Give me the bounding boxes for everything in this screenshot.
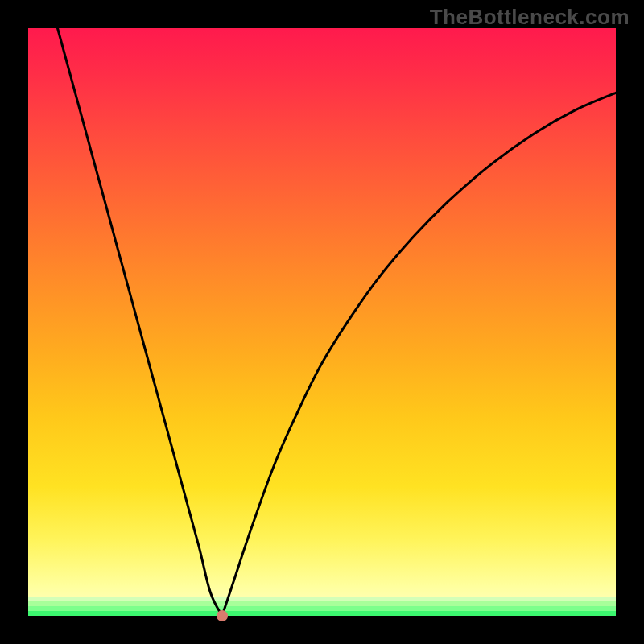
bottleneck-curve bbox=[28, 28, 616, 616]
plot-area bbox=[28, 28, 616, 616]
watermark-text: TheBottleneck.com bbox=[430, 5, 630, 30]
chart-frame: TheBottleneck.com bbox=[0, 0, 644, 644]
gradient-band bbox=[28, 611, 616, 616]
nadir-marker bbox=[217, 610, 228, 621]
